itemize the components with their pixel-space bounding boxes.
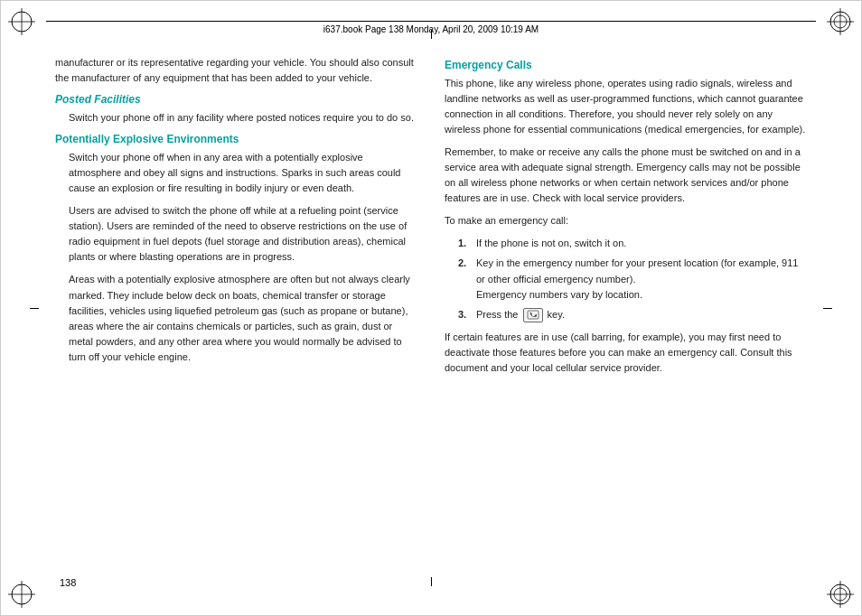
page-number: 138: [60, 577, 76, 588]
step-3-text: Press the key.: [476, 307, 807, 322]
step-3-num: 3.: [458, 307, 469, 322]
emergency-para4: If certain features are in use (call bar…: [445, 330, 807, 376]
header-bar: i637.book Page 138 Monday, April 20, 200…: [46, 21, 816, 34]
tick-right: [823, 308, 832, 309]
emergency-intro: This phone, like any wireless phone, ope…: [445, 76, 807, 137]
step-2-text: Key in the emergency number for your pre…: [476, 256, 807, 302]
explosive-para3: Areas with a potentially explosive atmos…: [55, 272, 417, 364]
emergency-para3: To make an emergency call:: [445, 213, 807, 229]
step-3: 3. Press the key.: [458, 307, 807, 322]
header-text: i637.book Page 138 Monday, April 20, 200…: [323, 24, 539, 34]
emergency-steps: 1. If the phone is not on, switch it on.…: [445, 236, 807, 322]
step-1-num: 1.: [458, 236, 469, 251]
corner-mark-bl: [8, 581, 35, 608]
emergency-calls-heading: Emergency Calls: [445, 59, 807, 71]
left-column: manufacturer or its representative regar…: [55, 51, 417, 570]
emergency-para2: Remember, to make or receive any calls t…: [445, 145, 807, 206]
phone-icon: [527, 310, 539, 320]
svg-rect-14: [528, 311, 539, 319]
step-2-num: 2.: [458, 256, 469, 302]
corner-mark-br: [827, 581, 854, 608]
step-1-text: If the phone is not on, switch it on.: [476, 236, 807, 251]
explosive-para1: Switch your phone off when in any area w…: [55, 150, 417, 196]
call-key-icon: [523, 308, 543, 322]
step-2-main-text: Key in the emergency number for your pre…: [476, 257, 798, 284]
corner-mark-tl: [8, 8, 35, 35]
explosive-para2: Users are advised to switch the phone of…: [55, 203, 417, 265]
tick-left: [30, 308, 39, 309]
step-3-text-before: Press the: [476, 309, 518, 320]
explosive-environments-heading: Potentially Explosive Environments: [55, 133, 417, 145]
step-2: 2. Key in the emergency number for your …: [458, 256, 807, 302]
step-3-text-after: key.: [548, 309, 565, 320]
intro-text: manufacturer or its representative regar…: [55, 55, 417, 86]
corner-mark-tr: [827, 8, 854, 35]
right-column: Emergency Calls This phone, like any wir…: [445, 51, 807, 570]
tick-bottom: [431, 577, 432, 586]
posted-facilities-body: Switch your phone off in any facility wh…: [55, 110, 417, 126]
step-2-subtext: Emergency numbers vary by location.: [476, 289, 642, 300]
content-area: manufacturer or its representative regar…: [55, 51, 807, 570]
posted-facilities-heading: Posted Facilities: [55, 93, 417, 106]
step-1: 1. If the phone is not on, switch it on.: [458, 236, 807, 251]
page: i637.book Page 138 Monday, April 20, 200…: [0, 0, 862, 616]
